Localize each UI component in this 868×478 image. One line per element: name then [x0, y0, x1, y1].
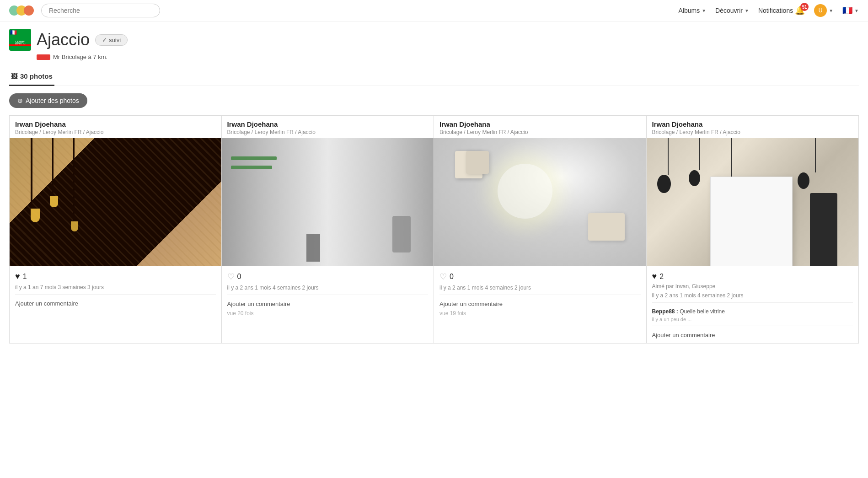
photo-card-4-liked-by: Aimé par Irwan, Giuseppe: [652, 283, 853, 290]
photo-card-1-header: Irwan Djoehana Bricolage / Leroy Merlin …: [10, 116, 221, 138]
language-selector[interactable]: 🇫🇷 ▼: [842, 5, 859, 16]
photo-card-1-likes: ♥ 1: [15, 272, 216, 281]
logo-area: [9, 5, 34, 16]
photo-card-2-header: Irwan Djoehana Bricolage / Leroy Merlin …: [222, 116, 434, 138]
photo-card-1-footer: ♥ 1 il y a 1 an 7 mois 3 semaines 3 jour…: [10, 266, 221, 343]
add-photos-button[interactable]: ⊕ Ajouter des photos: [9, 93, 87, 108]
photo-card-3-timestamp: il y a 2 ans 1 mois 4 semaines 2 jours: [439, 285, 641, 291]
follow-check-icon: ✓: [102, 37, 107, 43]
nav-discover[interactable]: Découvrir ▼: [715, 7, 749, 14]
header: Albums ▼ Découvrir ▼ Notifications 🔔 51 …: [0, 0, 868, 21]
photo-card-2: Irwan Djoehana Bricolage / Leroy Merlin …: [222, 116, 434, 344]
brand-flag: 🇫🇷: [10, 30, 17, 36]
photo-card-2-comment[interactable]: Ajouter un commentaire: [227, 301, 429, 307]
notification-count: 51: [800, 3, 809, 11]
language-caret: ▼: [854, 8, 859, 13]
header-nav: Albums ▼ Découvrir ▼ Notifications 🔔 51 …: [679, 4, 859, 17]
heart-icon-1[interactable]: ♥: [15, 272, 20, 281]
photo-card-2-path: Bricolage / Leroy Merlin FR / Ajaccio: [227, 129, 429, 135]
likes-count-1: 1: [23, 273, 27, 281]
divider-3: [439, 295, 641, 295]
brand-stripe: [9, 44, 31, 46]
page-header-top: 🇫🇷 LEROYMERLIN Ajaccio ✓ suivi: [9, 29, 859, 51]
divider-1: [15, 294, 216, 295]
photo-card-4-path: Bricolage / Leroy Merlin FR / Ajaccio: [652, 129, 853, 135]
language-flag: 🇫🇷: [842, 5, 852, 16]
add-icon: ⊕: [17, 97, 23, 104]
photo-card-3-comment[interactable]: Ajouter un commentaire: [439, 301, 641, 307]
logo-circles: [9, 5, 34, 16]
photo-card-2-footer: ♡ 0 il y a 2 ans 1 mois 4 semaines 2 jou…: [222, 266, 434, 343]
photo-card-4-image[interactable]: [647, 138, 859, 266]
notifications-label: Notifications: [758, 7, 793, 14]
photo-card-2-timestamp: il y a 2 ans 1 mois 4 semaines 2 jours: [227, 285, 429, 291]
photo-card-2-author: Irwan Djoehana: [227, 120, 429, 128]
user-caret: ▼: [829, 8, 833, 13]
photo-card-3-image[interactable]: [434, 138, 646, 266]
nav-albums[interactable]: Albums ▼: [679, 7, 707, 14]
comment-body-4: Quelle belle vitrine: [680, 308, 725, 315]
likes-count-4: 2: [659, 273, 664, 281]
photo-card-3-author: Irwan Djoehana: [439, 120, 641, 128]
photo-card-4-header: Irwan Djoehana Bricolage / Leroy Merlin …: [647, 116, 859, 138]
follow-button[interactable]: ✓ suivi: [95, 34, 128, 46]
photo-card-4-author: Irwan Djoehana: [652, 120, 853, 128]
discover-caret: ▼: [745, 8, 749, 13]
search-input[interactable]: [41, 4, 160, 17]
photo-card-3-likes: ♡ 0: [439, 272, 641, 282]
photo-card-4: Irwan Djoehana Bricolage / Leroy Merlin …: [647, 116, 859, 344]
action-bar: ⊕ Ajouter des photos: [9, 86, 859, 115]
photo-card-1: Irwan Djoehana Bricolage / Leroy Merlin …: [9, 116, 222, 344]
circle-orange: [24, 5, 34, 16]
photo-card-4-comment-text: Beppe88 : Quelle belle vitrine: [652, 308, 853, 315]
photo-card-4-footer: ♥ 2 Aimé par Irwan, Giuseppe il y a 2 an…: [647, 266, 859, 343]
photo-card-3-header: Irwan Djoehana Bricolage / Leroy Merlin …: [434, 116, 646, 138]
photo-card-4-likes: ♥ 2: [652, 272, 853, 281]
photo-card-3-views: vue 19 fois: [439, 310, 641, 317]
add-photos-label: Ajouter des photos: [26, 97, 79, 104]
page-header: 🇫🇷 LEROYMERLIN Ajaccio ✓ suivi Mr Bricol…: [9, 21, 859, 86]
albums-label: Albums: [679, 7, 700, 14]
photo-card-2-views: vue 20 fois: [227, 310, 429, 317]
tabs: 🖼 30 photos: [9, 68, 859, 86]
photo-card-1-timestamp: il y a 1 an 7 mois 3 semaines 3 jours: [15, 284, 216, 290]
nearby-store-text: Mr Bricolage à 7 km.: [53, 54, 107, 60]
tab-photos[interactable]: 🖼 30 photos: [9, 68, 54, 86]
photo-card-1-comment[interactable]: Ajouter un commentaire: [15, 300, 216, 307]
photo-card-4-comment-date: il y a un peu de ...: [652, 317, 853, 322]
user-avatar: U: [814, 4, 827, 17]
nearby-store-logo: [37, 54, 50, 60]
brand-logo: 🇫🇷 LEROYMERLIN: [9, 29, 31, 51]
likes-count-2: 0: [237, 273, 241, 281]
photos-tab-icon: 🖼: [11, 73, 17, 80]
follow-label: suivi: [109, 37, 121, 43]
divider-4b: [652, 326, 853, 326]
heart-icon-2[interactable]: ♡: [227, 272, 235, 282]
heart-icon-3[interactable]: ♡: [439, 272, 447, 282]
photo-card-2-image[interactable]: [222, 138, 434, 266]
photo-card-3: Irwan Djoehana Bricolage / Leroy Merlin …: [434, 116, 647, 344]
discover-label: Découvrir: [715, 7, 743, 14]
nav-notifications[interactable]: Notifications 🔔 51: [758, 5, 805, 16]
photo-card-4-timestamp: il y a 2 ans 1 mois 4 semaines 2 jours: [652, 292, 853, 299]
nearby-store: Mr Bricolage à 7 km.: [37, 54, 859, 60]
photo-card-1-author: Irwan Djoehana: [15, 120, 216, 128]
photo-card-4-comment-prompt[interactable]: Ajouter un commentaire: [652, 332, 853, 338]
heart-icon-4[interactable]: ♥: [652, 272, 657, 281]
search-bar[interactable]: [41, 4, 160, 17]
photo-grid: Irwan Djoehana Bricolage / Leroy Merlin …: [9, 115, 859, 344]
photo-card-3-footer: ♡ 0 il y a 2 ans 1 mois 4 semaines 2 jou…: [434, 266, 646, 343]
tab-photos-label: 30 photos: [20, 72, 53, 80]
albums-caret: ▼: [702, 8, 706, 13]
likes-count-3: 0: [450, 273, 454, 281]
user-menu[interactable]: U ▼: [814, 4, 833, 17]
comment-author-4: Beppe88 :: [652, 308, 678, 315]
photo-card-1-image[interactable]: [10, 138, 221, 266]
divider-4: [652, 302, 853, 303]
city-title: Ajaccio: [37, 30, 90, 49]
photo-card-3-path: Bricolage / Leroy Merlin FR / Ajaccio: [439, 129, 641, 135]
photo-card-2-likes: ♡ 0: [227, 272, 429, 282]
page-content: 🇫🇷 LEROYMERLIN Ajaccio ✓ suivi Mr Bricol…: [0, 21, 868, 344]
divider-2: [227, 295, 429, 295]
photo-card-1-path: Bricolage / Leroy Merlin FR / Ajaccio: [15, 129, 216, 135]
